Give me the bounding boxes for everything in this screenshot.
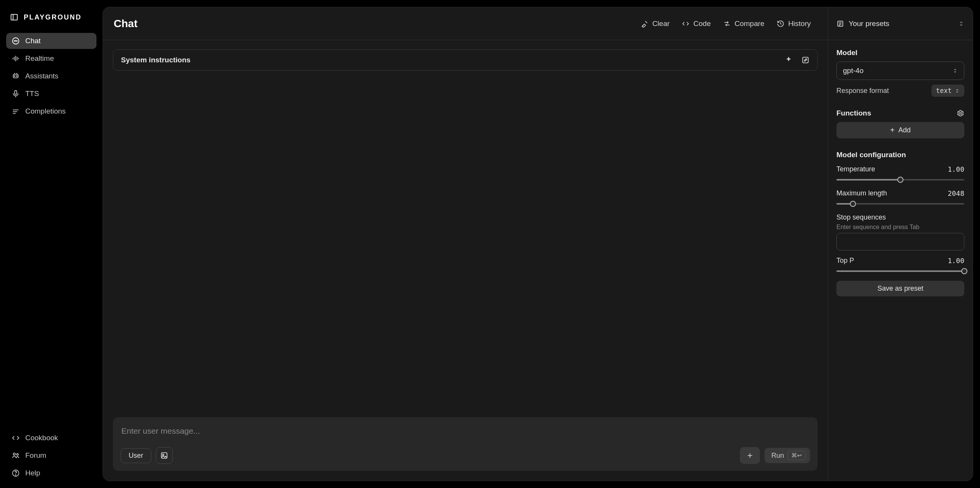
- main-panel: Chat Clear Code: [103, 7, 973, 481]
- svg-rect-26: [162, 453, 167, 459]
- stop-label: Stop sequences: [836, 213, 964, 221]
- add-function-button[interactable]: + Add: [836, 122, 964, 138]
- functions-section-label: Functions: [836, 109, 871, 117]
- sidebar-item-chat[interactable]: Chat: [6, 33, 96, 49]
- svg-point-27: [162, 454, 164, 455]
- chat-body: System instructions: [103, 40, 828, 417]
- svg-point-5: [16, 41, 17, 41]
- sidebar-item-tts[interactable]: TTS: [6, 86, 96, 102]
- clear-label: Clear: [652, 20, 670, 28]
- chevrons-updown-icon: [952, 68, 958, 73]
- svg-rect-0: [11, 15, 18, 20]
- sidebar-item-label: Cookbook: [25, 434, 58, 442]
- code-icon: [682, 20, 689, 28]
- help-icon: [11, 469, 20, 477]
- compare-label: Compare: [735, 20, 764, 28]
- sidebar-item-label: Chat: [25, 37, 41, 45]
- chevrons-updown-icon[interactable]: [958, 21, 964, 27]
- people-icon: [11, 451, 20, 460]
- compare-icon: [723, 20, 731, 28]
- topp-slider[interactable]: [836, 268, 964, 275]
- preset-icon: [836, 20, 844, 28]
- temperature-label: Temperature: [836, 165, 875, 173]
- plus-icon: +: [890, 126, 895, 135]
- sidebar-item-assistants[interactable]: Assistants: [6, 68, 96, 84]
- stop-hint: Enter sequence and press Tab: [836, 224, 964, 231]
- role-selector[interactable]: User: [121, 448, 151, 463]
- config-section-label: Model configuration: [836, 151, 964, 159]
- svg-point-12: [14, 76, 15, 76]
- svg-point-4: [15, 41, 16, 41]
- response-format-select[interactable]: text: [931, 85, 964, 97]
- brand-text: PLAYGROUND: [24, 13, 82, 21]
- sidebar-item-forum[interactable]: Forum: [6, 447, 96, 464]
- code-icon: [11, 434, 20, 442]
- presets-header[interactable]: Your presets: [828, 7, 973, 40]
- sidebar-item-label: Realtime: [25, 54, 54, 63]
- svg-point-3: [14, 41, 15, 41]
- svg-rect-25: [803, 57, 808, 63]
- sidebar-item-help[interactable]: Help: [6, 465, 96, 481]
- attachment-button[interactable]: [156, 447, 173, 464]
- svg-point-21: [13, 453, 16, 455]
- response-format-value: text: [936, 87, 952, 94]
- system-instructions-row[interactable]: System instructions: [113, 49, 818, 71]
- svg-point-13: [16, 76, 17, 76]
- svg-point-32: [960, 112, 962, 114]
- plus-icon: +: [747, 450, 753, 461]
- sidebar-item-label: Completions: [25, 107, 66, 115]
- message-input[interactable]: [121, 424, 810, 440]
- chat-column: Chat Clear Code: [103, 7, 828, 481]
- sidebar-item-realtime[interactable]: Realtime: [6, 50, 96, 67]
- sidebar: PLAYGROUND Chat Realtime Assistants: [0, 0, 103, 488]
- sidebar-item-label: TTS: [25, 89, 39, 98]
- code-button[interactable]: Code: [676, 16, 717, 32]
- code-label: Code: [693, 20, 710, 28]
- presets-label: Your presets: [849, 20, 889, 28]
- topp-value: 1.00: [948, 257, 964, 265]
- nav-top: Chat Realtime Assistants TTS: [6, 33, 96, 119]
- chat-icon: [11, 37, 20, 45]
- sidebar-toggle-icon: [10, 13, 18, 21]
- sidebar-item-cookbook[interactable]: Cookbook: [6, 430, 96, 446]
- stop-sequences-input[interactable]: [836, 233, 964, 251]
- model-section-label: Model: [836, 49, 964, 57]
- save-preset-button[interactable]: Save as preset: [836, 281, 964, 296]
- maxlen-label: Maximum length: [836, 189, 887, 197]
- svg-rect-16: [15, 91, 17, 94]
- maxlen-value: 2048: [948, 189, 964, 197]
- compare-button[interactable]: Compare: [717, 16, 771, 32]
- run-button[interactable]: Run ⌘↩: [764, 448, 810, 463]
- svg-point-22: [16, 454, 18, 455]
- edit-button[interactable]: [801, 56, 810, 64]
- add-button[interactable]: +: [740, 447, 760, 464]
- history-button[interactable]: History: [771, 16, 817, 32]
- broom-icon: [641, 20, 648, 28]
- nav-bottom: Cookbook Forum Help: [6, 430, 96, 481]
- sidebar-item-label: Help: [25, 469, 40, 477]
- add-function-label: Add: [898, 126, 911, 134]
- chat-header: Chat Clear Code: [103, 7, 828, 40]
- sidebar-item-label: Forum: [25, 451, 46, 460]
- sidebar-item-completions[interactable]: Completions: [6, 103, 96, 119]
- save-preset-label: Save as preset: [877, 285, 923, 293]
- settings-column: Your presets Model gpt-4o Res: [828, 7, 973, 481]
- history-label: History: [788, 20, 811, 28]
- waveform-icon: [11, 54, 20, 63]
- composer: User + Run ⌘↩: [113, 417, 818, 471]
- clear-button[interactable]: Clear: [635, 16, 676, 32]
- temperature-slider[interactable]: [836, 176, 964, 183]
- robot-icon: [11, 72, 20, 80]
- model-value: gpt-4o: [843, 67, 864, 75]
- maxlen-slider[interactable]: [836, 200, 964, 207]
- model-select[interactable]: gpt-4o: [836, 62, 964, 80]
- brand[interactable]: PLAYGROUND: [6, 7, 96, 33]
- page-title: Chat: [114, 18, 137, 30]
- response-format-label: Response format: [836, 87, 889, 95]
- lines-icon: [11, 107, 20, 115]
- sidebar-item-label: Assistants: [25, 72, 59, 80]
- sparkle-button[interactable]: [784, 56, 793, 64]
- functions-settings-button[interactable]: [957, 109, 964, 117]
- run-label: Run: [771, 452, 784, 460]
- temperature-value: 1.00: [948, 165, 964, 173]
